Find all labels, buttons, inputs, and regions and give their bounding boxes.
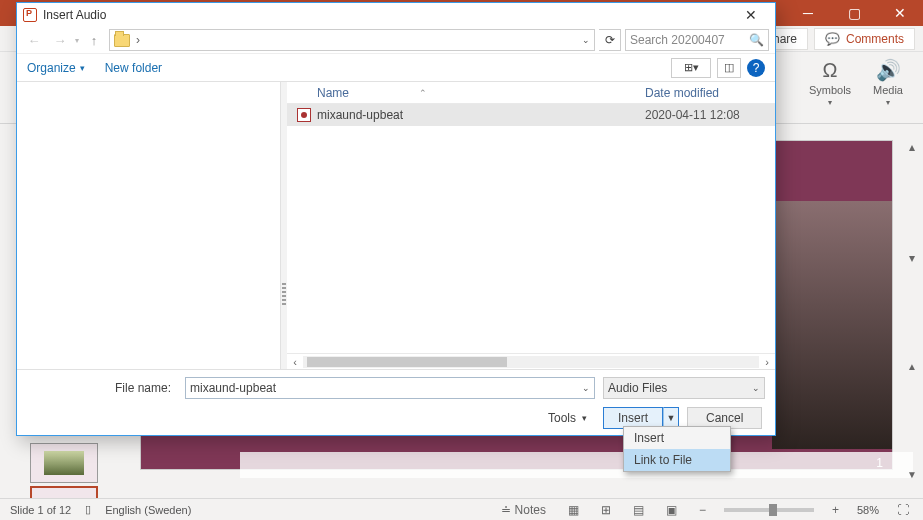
history-dropdown-icon[interactable]: ▾ [75,36,79,45]
next-slide-icon[interactable]: ▼ [907,469,917,480]
chevron-down-icon: ▾ [828,98,832,107]
audio-file-icon [297,108,311,122]
splitter-handle[interactable] [281,82,287,369]
close-app-button[interactable]: ✕ [877,0,923,26]
new-folder-button[interactable]: New folder [105,61,162,75]
dialog-body: Name ⌃ Date modified mixaund-upbeat 2020… [17,81,775,369]
preview-pane-button[interactable]: ◫ [717,58,741,78]
address-bar[interactable]: › ⌄ [109,29,595,51]
dialog-nav-row: ← → ▾ ↑ › ⌄ ⟳ Search 20200407 🔍 [17,27,775,53]
file-name: mixaund-upbeat [317,108,645,122]
scroll-down-icon[interactable]: ▾ [909,251,915,265]
dialog-close-button[interactable]: ✕ [733,7,769,23]
scroll-left-icon[interactable]: ‹ [287,356,303,368]
tools-menu[interactable]: Tools ▾ [185,411,595,425]
refresh-button[interactable]: ⟳ [599,29,621,51]
insert-dropdown-menu: Insert Link to File [623,426,731,472]
nav-back-button[interactable]: ← [23,29,45,51]
dialog-title: Insert Audio [43,8,106,22]
comment-icon: 💬 [825,32,840,46]
symbols-group[interactable]: Ω Symbols ▾ [803,56,857,123]
divider-icon: ▯ [85,503,91,516]
menu-item-link-to-file[interactable]: Link to File [624,449,730,471]
folder-icon [114,34,130,47]
search-input[interactable]: Search 20200407 🔍 [625,29,769,51]
file-list-blank[interactable] [287,126,775,353]
chevron-down-icon: ▾ [886,98,890,107]
notes-button[interactable]: ≐ Notes [497,503,550,517]
media-label: Media [873,84,903,96]
column-headers[interactable]: Name ⌃ Date modified [287,82,775,104]
file-name-value: mixaund-upbeat [190,381,276,395]
zoom-level[interactable]: 58% [857,504,879,516]
comments-button[interactable]: 💬 Comments [814,28,915,50]
nav-up-button[interactable]: ↑ [83,29,105,51]
insert-audio-dialog: Insert Audio ✕ ← → ▾ ↑ › ⌄ ⟳ Search 2020… [16,2,776,436]
chevron-down-icon[interactable]: ⌄ [582,383,590,393]
organize-menu[interactable]: Organize▾ [27,61,85,75]
zoom-in-button[interactable]: + [828,503,843,517]
chevron-down-icon: ⌄ [752,383,760,393]
filmstrip-bar[interactable] [240,452,913,478]
fit-window-icon[interactable]: ⛶ [893,503,913,517]
prev-slide-icon[interactable]: ▲ [907,361,917,372]
folder-tree-pane[interactable] [17,82,281,369]
sort-indicator-icon: ⌃ [419,88,427,98]
omega-icon: Ω [823,56,838,84]
slide-thumbnail[interactable] [30,443,98,483]
powerpoint-icon [23,8,37,22]
minimize-button[interactable]: ─ [785,0,831,26]
search-placeholder: Search 20200407 [630,33,725,47]
dialog-toolbar: Organize▾ New folder ⊞▾ ◫ ? [17,53,775,81]
scroll-up-icon[interactable]: ▴ [909,140,915,154]
normal-view-icon[interactable]: ▦ [564,503,583,517]
zoom-out-button[interactable]: − [695,503,710,517]
reading-view-icon[interactable]: ▤ [629,503,648,517]
slideshow-view-icon[interactable]: ▣ [662,503,681,517]
column-name[interactable]: Name [317,86,349,100]
symbols-label: Symbols [809,84,851,96]
comments-label: Comments [846,32,904,46]
file-list-pane: Name ⌃ Date modified mixaund-upbeat 2020… [287,82,775,369]
slide-image-placeholder [772,201,892,449]
speaker-icon: 🔊 [876,56,901,84]
file-date: 2020-04-11 12:08 [645,108,775,122]
search-icon: 🔍 [749,33,764,47]
file-type-label: Audio Files [608,381,667,395]
view-mode-button[interactable]: ⊞▾ [671,58,711,78]
maximize-button[interactable]: ▢ [831,0,877,26]
file-name-input[interactable]: mixaund-upbeat ⌄ [185,377,595,399]
file-row[interactable]: mixaund-upbeat 2020-04-11 12:08 [287,104,775,126]
help-button[interactable]: ? [747,59,765,77]
scroll-right-icon[interactable]: › [759,356,775,368]
column-date[interactable]: Date modified [645,86,775,100]
slide-counter: Slide 1 of 12 [10,504,71,516]
file-type-select[interactable]: Audio Files ⌄ [603,377,765,399]
status-bar: Slide 1 of 12 ▯ English (Sweden) ≐ Notes… [0,498,923,520]
horizontal-scrollbar[interactable]: ‹ › [287,353,775,369]
chevron-down-icon[interactable]: ⌄ [582,35,590,45]
dialog-titlebar[interactable]: Insert Audio ✕ [17,3,775,27]
language-label[interactable]: English (Sweden) [105,504,191,516]
media-group[interactable]: 🔊 Media ▾ [861,56,915,123]
zoom-slider[interactable] [724,508,814,512]
menu-item-insert[interactable]: Insert [624,427,730,449]
sorter-view-icon[interactable]: ⊞ [597,503,615,517]
vertical-scrollbar[interactable]: ▴ ▾ ▲ ▼ [903,140,921,480]
nav-forward-button[interactable]: → [49,29,71,51]
scroll-thumb[interactable] [307,357,507,367]
file-name-label: File name: [27,381,177,395]
path-separator: › [136,33,140,47]
